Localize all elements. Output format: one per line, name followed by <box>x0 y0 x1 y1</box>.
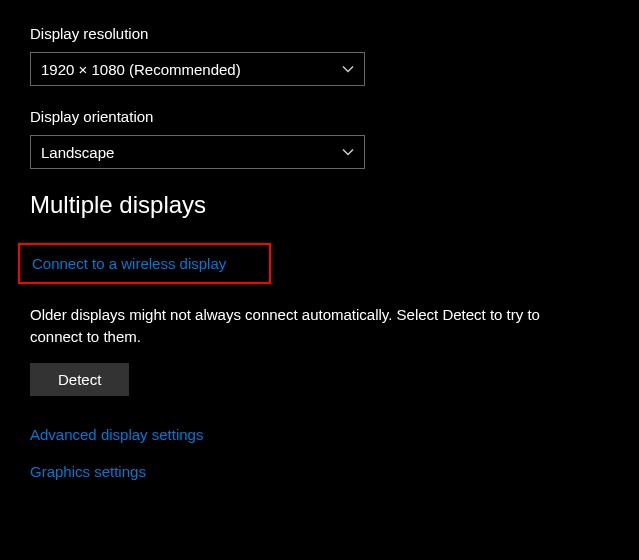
display-orientation-dropdown[interactable]: Landscape <box>30 135 365 169</box>
display-resolution-dropdown[interactable]: 1920 × 1080 (Recommended) <box>30 52 365 86</box>
advanced-display-settings-link[interactable]: Advanced display settings <box>30 426 203 443</box>
chevron-down-icon <box>342 63 354 75</box>
display-orientation-label: Display orientation <box>30 108 609 125</box>
connect-wireless-display-link[interactable]: Connect to a wireless display <box>32 255 226 272</box>
display-resolution-label: Display resolution <box>30 25 609 42</box>
display-resolution-value: 1920 × 1080 (Recommended) <box>41 61 241 78</box>
chevron-down-icon <box>342 146 354 158</box>
multiple-displays-heading: Multiple displays <box>30 191 609 219</box>
detect-description: Older displays might not always connect … <box>30 304 585 348</box>
detect-button[interactable]: Detect <box>30 363 129 396</box>
display-orientation-value: Landscape <box>41 144 114 161</box>
highlight-annotation: Connect to a wireless display <box>18 243 271 284</box>
graphics-settings-link[interactable]: Graphics settings <box>30 463 146 480</box>
